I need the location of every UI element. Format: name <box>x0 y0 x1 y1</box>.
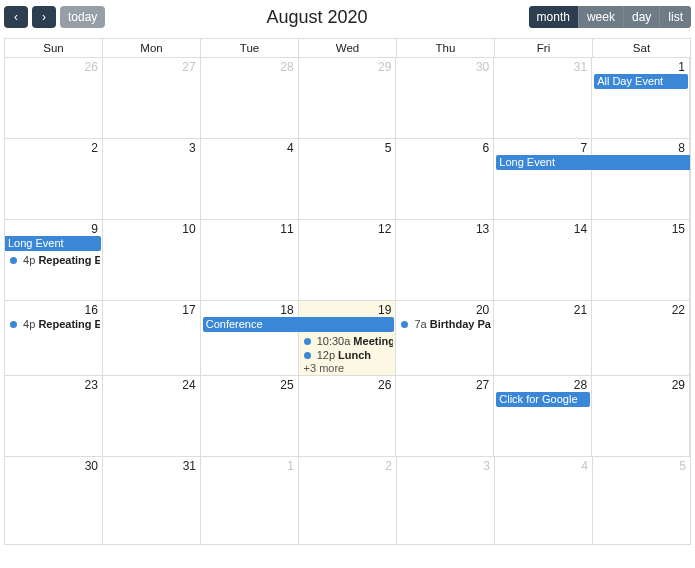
day-number: 3 <box>105 140 198 155</box>
day-cell[interactable]: 31 <box>103 457 201 544</box>
nav-group: ‹ › today <box>4 6 105 28</box>
day-cell[interactable]: 22 <box>592 301 690 375</box>
event-title: Lunch <box>338 349 371 361</box>
day-number: 16 <box>7 302 100 317</box>
day-cell[interactable]: 20 7a Birthday Party <box>396 301 494 375</box>
day-cell[interactable]: 12 <box>299 220 397 300</box>
day-header: Sat <box>593 39 690 57</box>
day-cell-today[interactable]: 19 10:30a Meeting 12p Lunch +3 more <box>299 301 397 375</box>
day-cell[interactable]: 10 <box>103 220 201 300</box>
event-birthday[interactable]: 7a Birthday Party <box>398 317 491 331</box>
event-all-day[interactable]: All Day Event <box>594 74 688 89</box>
event-title: Meeting <box>353 335 393 347</box>
calendar-header-row: Sun Mon Tue Wed Thu Fri Sat <box>5 39 690 58</box>
day-cell[interactable]: 7 <box>494 139 592 219</box>
day-cell[interactable]: 21 <box>494 301 592 375</box>
day-cell[interactable]: 5 <box>299 139 397 219</box>
day-cell[interactable]: 2 <box>299 457 397 544</box>
day-cell[interactable]: 30 <box>5 457 103 544</box>
event-repeating[interactable]: 4p Repeating Event <box>7 253 100 267</box>
day-cell[interactable]: 28 <box>494 376 592 456</box>
day-cell[interactable]: 28 <box>201 58 299 138</box>
day-cell[interactable]: 29 <box>592 376 690 456</box>
day-number: 5 <box>301 140 394 155</box>
more-link[interactable]: +3 more <box>301 362 394 375</box>
event-long-event[interactable]: Long Event <box>496 155 690 170</box>
week-row: 9 4p Repeating Event 10 11 12 13 14 15 L… <box>5 220 690 301</box>
event-title: Birthday Party <box>430 318 491 330</box>
day-cell[interactable]: 26 <box>5 58 103 138</box>
day-cell[interactable]: 14 <box>494 220 592 300</box>
day-cell[interactable]: 27 <box>396 376 494 456</box>
day-header: Fri <box>495 39 593 57</box>
day-cell[interactable]: 4 <box>201 139 299 219</box>
day-number: 30 <box>398 59 491 74</box>
day-number: 6 <box>398 140 491 155</box>
day-cell[interactable]: 9 4p Repeating Event <box>5 220 103 300</box>
day-cell[interactable]: 27 <box>103 58 201 138</box>
day-number: 11 <box>203 221 296 236</box>
day-number: 26 <box>301 377 394 392</box>
event-meeting[interactable]: 10:30a Meeting <box>301 334 394 348</box>
week-row: 23 24 25 26 27 28 29 Click for Google <box>5 376 690 457</box>
day-cell[interactable]: 23 <box>5 376 103 456</box>
day-cell[interactable]: 11 <box>201 220 299 300</box>
day-cell[interactable]: 3 <box>397 457 495 544</box>
day-number: 31 <box>496 59 589 74</box>
day-cell[interactable]: 6 <box>396 139 494 219</box>
calendar-body: 26 27 28 29 30 31 1 All Day Event 2 3 4 … <box>5 58 690 544</box>
day-number: 30 <box>7 458 100 473</box>
view-week-button[interactable]: week <box>578 6 623 28</box>
today-button[interactable]: today <box>60 6 105 28</box>
event-conference[interactable]: Conference <box>203 317 395 332</box>
event-time: 12p <box>317 349 335 361</box>
day-cell[interactable]: 17 <box>103 301 201 375</box>
day-cell[interactable]: 31 <box>494 58 592 138</box>
day-number: 1 <box>594 59 687 74</box>
day-cell[interactable]: 1 <box>201 457 299 544</box>
day-cell[interactable]: 4 <box>495 457 593 544</box>
day-number: 27 <box>398 377 491 392</box>
day-number: 28 <box>203 59 296 74</box>
day-cell[interactable]: 5 <box>593 457 690 544</box>
day-cell[interactable]: 25 <box>201 376 299 456</box>
day-number: 13 <box>398 221 491 236</box>
calendar-toolbar: ‹ › today August 2020 month week day lis… <box>0 0 695 34</box>
day-number: 14 <box>496 221 589 236</box>
day-cell[interactable]: 24 <box>103 376 201 456</box>
day-cell[interactable]: 16 4p Repeating Event <box>5 301 103 375</box>
day-cell[interactable]: 29 <box>299 58 397 138</box>
event-repeating[interactable]: 4p Repeating Event <box>7 317 100 331</box>
day-cell[interactable]: 15 <box>592 220 690 300</box>
prev-button[interactable]: ‹ <box>4 6 28 28</box>
day-number: 29 <box>594 377 687 392</box>
day-cell[interactable]: 1 <box>592 58 690 138</box>
day-cell[interactable]: 30 <box>396 58 494 138</box>
view-list-button[interactable]: list <box>659 6 691 28</box>
view-month-button[interactable]: month <box>529 6 578 28</box>
day-header: Thu <box>397 39 495 57</box>
day-number: 23 <box>7 377 100 392</box>
event-long-event-cont[interactable]: Long Event <box>5 236 101 251</box>
day-cell[interactable]: 2 <box>5 139 103 219</box>
next-button[interactable]: › <box>32 6 56 28</box>
day-cell[interactable]: 3 <box>103 139 201 219</box>
day-number: 26 <box>7 59 100 74</box>
event-time: 4p <box>23 318 35 330</box>
day-number: 25 <box>203 377 296 392</box>
day-number: 18 <box>203 302 296 317</box>
day-cell[interactable]: 18 <box>201 301 299 375</box>
day-number: 2 <box>7 140 100 155</box>
day-cell[interactable]: 26 <box>299 376 397 456</box>
day-number: 19 <box>301 302 394 317</box>
event-google-link[interactable]: Click for Google <box>496 392 590 407</box>
day-cell[interactable]: 8 <box>592 139 690 219</box>
day-cell[interactable]: 13 <box>396 220 494 300</box>
day-number: 27 <box>105 59 198 74</box>
day-number: 31 <box>105 458 198 473</box>
day-number: 20 <box>398 302 491 317</box>
view-day-button[interactable]: day <box>623 6 659 28</box>
event-lunch[interactable]: 12p Lunch <box>301 348 394 362</box>
day-number: 12 <box>301 221 394 236</box>
day-number: 15 <box>594 221 687 236</box>
